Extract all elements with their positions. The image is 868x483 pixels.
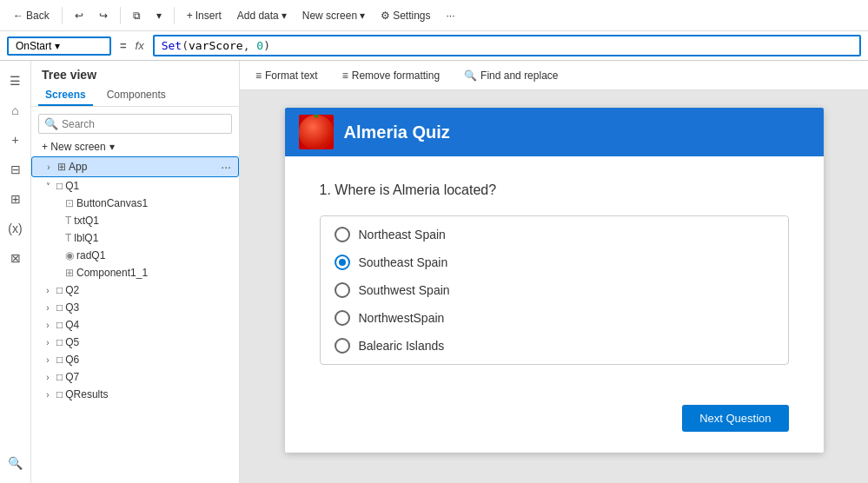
redo-button[interactable]: ↪ (93, 7, 114, 24)
formula-bar: OnStart ▾ = fx Set(varScore, 0) (0, 31, 868, 61)
hamburger-menu-button[interactable]: ☰ (3, 68, 29, 94)
formula-fx-label: fx (136, 39, 144, 52)
tree-item-radq1[interactable]: ◉ radQ1 (31, 247, 239, 264)
tree-item-buttoncanvas1[interactable]: ⊡ ButtonCanvas1 (31, 195, 239, 212)
quiz-option-4[interactable]: NorthwestSpain (335, 310, 774, 326)
tree-panel: Tree view Screens Components 🔍 + New scr… (31, 61, 240, 483)
quiz-option-3[interactable]: Southwest Spain (335, 282, 774, 298)
next-question-button[interactable]: Next Question (682, 405, 788, 432)
divider-3 (174, 7, 175, 24)
database-button[interactable]: ⊞ (3, 186, 29, 212)
qresults-expand-icon: › (42, 388, 54, 400)
tree-item-app[interactable]: › ⊞ App ··· (31, 156, 239, 177)
format-text-icon: ≡ (255, 69, 262, 82)
settings-label: Settings (393, 10, 430, 22)
quiz-body: 1. Where is Almeria located? Northeast S… (285, 156, 824, 391)
formula-dropdown[interactable]: OnStart ▾ (7, 36, 111, 56)
q5-screen-icon: □ (56, 336, 63, 348)
remove-formatting-label: Remove formatting (352, 69, 440, 82)
add-data-label: Add data (237, 10, 279, 22)
find-replace-button[interactable]: 🔍 Find and replace (459, 67, 563, 84)
format-text-button[interactable]: ≡ Format text (250, 67, 323, 84)
controls-button[interactable]: ⊠ (3, 245, 29, 271)
remove-formatting-icon: ≡ (342, 69, 348, 82)
q1-label: Q1 (65, 180, 232, 192)
option-4-label: NorthwestSpain (359, 311, 445, 325)
new-screen-chevron: ▾ (360, 10, 365, 22)
quiz-option-1[interactable]: Northeast Spain (335, 227, 774, 242)
new-screen-button[interactable]: New screen ▾ (296, 7, 371, 24)
option-5-label: Balearic Islands (359, 339, 445, 353)
undo-button[interactable]: ↩ (69, 7, 89, 24)
app-more-icon[interactable]: ··· (221, 160, 231, 174)
more-options-button[interactable]: ··· (440, 7, 461, 24)
main-area: ☰ ⌂ + ⊟ ⊞ (x) ⊠ 🔍 Tree view Screens Com (0, 61, 868, 483)
tab-screens[interactable]: Screens (38, 85, 93, 106)
quiz-option-5[interactable]: Balearic Islands (335, 338, 774, 354)
tree-item-lblq1[interactable]: T lblQ1 (31, 229, 239, 247)
new-screen-tree-button[interactable]: + New screen ▾ (31, 137, 239, 156)
tree-item-q4[interactable]: › □ Q4 (31, 316, 239, 334)
copy-button[interactable]: ⧉ (127, 7, 147, 24)
canvas-toolbar: ≡ Format text ≡ Remove formatting 🔍 Find… (240, 61, 868, 90)
insert-button[interactable]: + Insert (181, 7, 228, 24)
tree-item-q6[interactable]: › □ Q6 (31, 351, 239, 368)
layers-icon: ⊟ (10, 162, 21, 176)
tree-search-input[interactable] (62, 118, 226, 130)
redo-icon: ↪ (99, 10, 108, 22)
q7-expand-icon: › (42, 371, 54, 383)
database-icon: ⊞ (10, 192, 21, 206)
tree-item-q5[interactable]: › □ Q5 (31, 334, 239, 351)
search-sidebar-button[interactable]: 🔍 (3, 450, 29, 476)
q2-expand-icon: › (42, 284, 54, 296)
lblq1-icon: T (65, 232, 71, 244)
option-1-label: Northeast Spain (359, 228, 446, 242)
tree-item-txtq1[interactable]: T txtQ1 (31, 212, 239, 229)
q5-label: Q5 (65, 336, 232, 348)
q7-screen-icon: □ (56, 371, 63, 383)
radio-option-2 (335, 255, 350, 270)
option-3-label: Southwest Spain (359, 283, 450, 297)
gear-icon: ⚙ (381, 10, 390, 22)
tree-item-component1-1[interactable]: ⊞ Component1_1 (31, 264, 239, 281)
lblq1-label: lblQ1 (74, 232, 232, 244)
component1-label: Component1_1 (76, 267, 232, 279)
home-button[interactable]: ⌂ (3, 97, 29, 123)
layers-button[interactable]: ⊟ (3, 156, 29, 182)
radq1-label: radQ1 (76, 249, 232, 261)
variable-button[interactable]: (x) (3, 215, 29, 242)
more-copy-button[interactable]: ▾ (150, 7, 168, 24)
add-button[interactable]: + (3, 127, 29, 153)
insert-label: Insert (195, 10, 222, 22)
tree-item-q3[interactable]: › □ Q3 (31, 299, 239, 316)
new-screen-tree-label: + New screen (42, 141, 106, 153)
q4-screen-icon: □ (56, 319, 63, 331)
question-text: Where is Almeria located? (335, 182, 496, 197)
add-data-button[interactable]: Add data ▾ (231, 7, 293, 24)
icon-sidebar: ☰ ⌂ + ⊟ ⊞ (x) ⊠ 🔍 (0, 61, 31, 483)
app-label: App (69, 161, 221, 173)
controls-icon: ⊠ (10, 251, 21, 265)
tab-components[interactable]: Components (100, 85, 173, 106)
more-icon: ··· (446, 10, 454, 22)
home-icon: ⌂ (11, 103, 18, 117)
back-button[interactable]: ← Back (7, 7, 56, 24)
settings-button[interactable]: ⚙ Settings (374, 7, 436, 24)
formula-dropdown-value: OnStart (16, 40, 51, 52)
tree-item-q7[interactable]: › □ Q7 (31, 368, 239, 386)
q7-label: Q7 (65, 371, 232, 383)
tree-item-qresults[interactable]: › □ QResults (31, 386, 239, 403)
qresults-label: QResults (65, 388, 232, 400)
quiz-option-2[interactable]: Southeast Spain (335, 255, 774, 270)
tree-item-q1[interactable]: ˅ □ Q1 (31, 177, 239, 195)
quiz-options-container: Northeast Spain Southeast Spain Southwes… (320, 215, 789, 365)
tree-item-q2[interactable]: › □ Q2 (31, 281, 239, 299)
radio-option-3 (335, 282, 350, 298)
q6-screen-icon: □ (56, 354, 63, 366)
remove-formatting-button[interactable]: ≡ Remove formatting (337, 67, 445, 84)
find-replace-label: Find and replace (480, 69, 558, 82)
canvas-content: Almeria Quiz 1. Where is Almeria located… (240, 90, 868, 483)
formula-input[interactable]: Set(varScore, 0) (153, 35, 861, 56)
q3-expand-icon: › (42, 301, 54, 314)
txtq1-label: txtQ1 (74, 215, 232, 227)
